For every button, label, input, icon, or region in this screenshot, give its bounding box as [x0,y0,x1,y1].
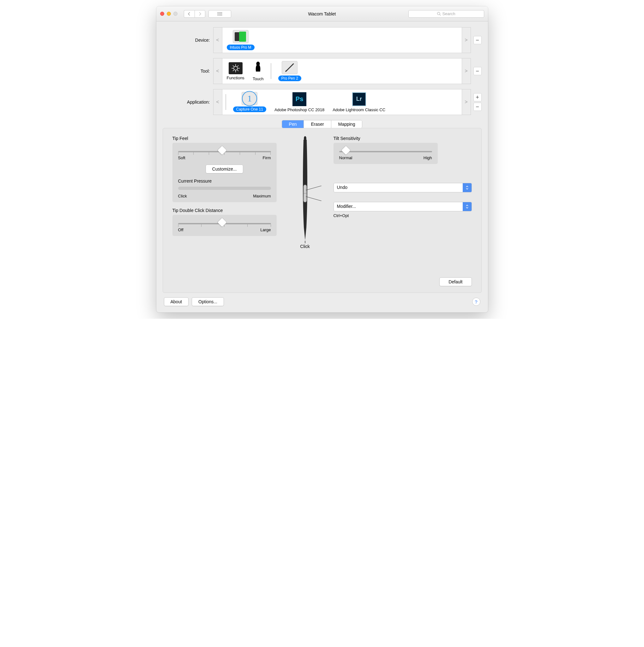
help-button[interactable]: ? [472,298,480,306]
device-item[interactable]: Intuos Pro M [226,29,256,51]
minimize-icon[interactable] [167,12,171,16]
search-icon [437,12,441,16]
app-scroll-left[interactable]: < [213,89,222,115]
chevron-updown-icon [463,183,472,192]
svg-line-18 [306,186,322,190]
upper-button-value: Undo [334,183,463,192]
app-item-label: Adobe Photoshop CC 2018 [274,107,324,112]
double-click-off-label: Off [178,227,183,232]
tip-feel-panel: Soft Firm Customize... Current Pressure … [172,143,277,202]
pen-illustration: Click [286,136,324,249]
double-click-slider[interactable] [178,223,271,224]
nav-buttons [184,10,205,18]
pen-icon [282,61,298,74]
svg-line-8 [237,70,238,71]
device-remove-button[interactable]: − [473,36,482,44]
tip-feel-soft-label: Soft [178,155,185,160]
tilt-normal-label: Normal [339,155,352,160]
double-click-title: Tip Double Click Distance [172,208,277,213]
tool-item-propen2[interactable]: Pro Pen 2 [277,60,303,82]
svg-point-11 [256,61,260,65]
app-item-photoshop[interactable]: Ps Adobe Photoshop CC 2018 [273,92,326,113]
lower-button-select[interactable]: Modifier... [333,202,472,211]
tool-scroll-right[interactable]: > [462,58,471,84]
tool-list: Functions Touch Pro Pen 2 [222,58,462,84]
lower-button-value: Modifier... [334,202,463,211]
tool-row: Tool: < Functions Touch [163,58,482,84]
pen-settings-panel: Tip Feel Soft Firm Customize... [163,128,482,293]
grid-icon [217,12,222,16]
lightroom-icon: Lr [352,92,366,106]
close-icon[interactable] [160,12,164,16]
tool-item-functions[interactable]: Functions [226,62,246,81]
application-label: Application: [163,89,213,115]
svg-point-0 [437,12,440,15]
lead-line-lower [306,197,322,201]
zoom-icon[interactable] [173,12,177,16]
pressure-max-label: Maximum [253,194,271,198]
double-click-panel: Off Large [172,215,277,236]
tab-eraser[interactable]: Eraser [304,120,331,128]
pressure-click-label: Click [178,194,187,198]
pressure-bar [178,187,271,190]
search-input[interactable]: Search [408,10,484,18]
tab-mapping[interactable]: Mapping [331,120,362,128]
application-list: 1 Capture One 11 Ps Adobe Photoshop CC 2… [222,89,462,115]
device-label: Device: [163,27,213,53]
window-controls [160,12,177,16]
customize-button[interactable]: Customize... [206,164,244,173]
captureone-icon: 1 [242,92,257,105]
lower-button-sub: Ctrl+Opt [333,213,472,218]
forward-button[interactable] [194,10,205,18]
app-add-button[interactable]: + [473,93,482,101]
tool-scroll-left[interactable]: < [213,58,222,84]
tilt-slider[interactable] [339,151,432,152]
tilt-panel: Normal High [333,143,438,164]
device-scroll-left[interactable]: < [213,27,222,53]
touch-icon [253,61,263,75]
divider [271,63,271,79]
tool-item-label: Touch [253,76,264,81]
upper-button-select[interactable]: Undo [333,183,472,193]
divider [226,94,226,110]
about-button[interactable]: About [164,297,189,306]
search-placeholder: Search [442,11,455,16]
pen-tabs: Pen Eraser Mapping [163,120,482,128]
options-button[interactable]: Options... [192,297,224,306]
tool-item-touch[interactable]: Touch [251,61,265,82]
device-row: Device: < Intuos Pro M > − [163,27,482,53]
app-remove-button[interactable]: − [473,103,482,111]
tool-label: Tool: [163,58,213,84]
tip-feel-slider[interactable] [178,151,271,152]
tilt-high-label: High [423,155,432,160]
device-intuos-icon [233,30,249,43]
default-button[interactable]: Default [439,277,472,286]
tip-feel-title: Tip Feel [172,136,277,141]
svg-line-9 [237,65,238,67]
chevron-updown-icon [463,202,472,211]
svg-point-2 [234,66,238,70]
functions-icon [229,62,243,74]
tool-item-label: Pro Pen 2 [278,75,301,81]
back-button[interactable] [184,10,194,18]
pen-click-label: Click [300,244,310,249]
application-row: Application: < 1 Capture One 11 Ps Adobe… [163,89,482,115]
show-all-button[interactable] [209,10,231,18]
chevron-left-icon [187,12,191,16]
device-list: Intuos Pro M [222,27,462,53]
device-item-label: Intuos Pro M [227,45,255,50]
device-scroll-right[interactable]: > [462,27,471,53]
photoshop-icon: Ps [293,92,306,106]
svg-line-10 [233,70,234,71]
lead-line-upper [306,186,322,190]
app-item-captureone[interactable]: 1 Capture One 11 [232,91,267,113]
titlebar: Wacom Tablet Search [156,6,488,21]
preferences-window: Wacom Tablet Search Device: < Intuos Pro… [156,6,488,312]
double-click-large-label: Large [260,227,271,232]
tab-pen[interactable]: Pen [282,120,304,128]
app-item-lightroom[interactable]: Lr Adobe Lightroom Classic CC [331,92,387,113]
app-item-label: Capture One 11 [233,106,266,112]
svg-line-12 [286,64,294,71]
tool-remove-button[interactable]: − [473,67,482,75]
app-scroll-right[interactable]: > [462,89,471,115]
